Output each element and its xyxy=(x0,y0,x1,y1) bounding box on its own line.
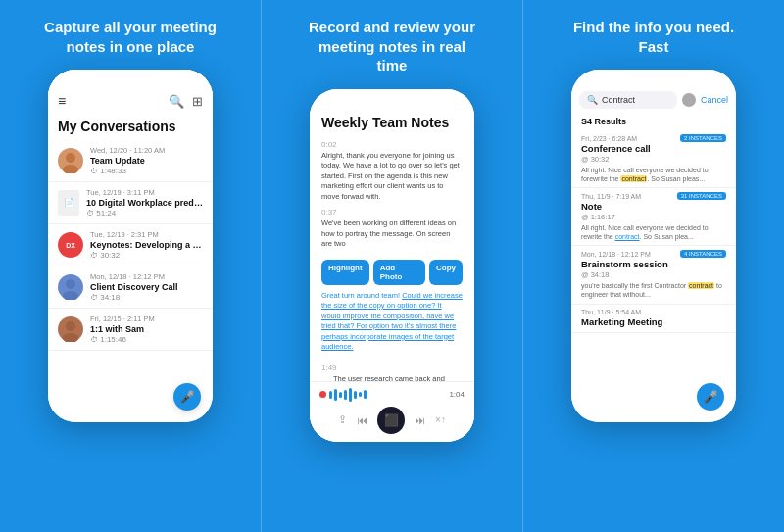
conv-date-2: Tue, 12/19 · 3:11 PM xyxy=(86,188,203,197)
conv-info-4: Mon, 12/18 · 12:12 PM Client Discovery C… xyxy=(90,272,203,302)
result-snippet-2: All right. Nice call everyone we decided… xyxy=(581,223,726,241)
conv-duration-4: ⏱ 34:18 xyxy=(90,293,203,302)
conv-item-1[interactable]: Wed, 12/20 · 11:20 AM Team Update ⏱ 1:48… xyxy=(48,140,213,182)
result-badge-1: 2 INSTANCES xyxy=(680,134,726,142)
menu-icon[interactable]: ≡ xyxy=(58,93,66,109)
conversations-list: Wed, 12/20 · 11:20 AM Team Update ⏱ 1:48… xyxy=(48,140,213,351)
highlight-3: contract xyxy=(688,282,714,289)
avatar-3: DX xyxy=(58,232,83,258)
p2-title-area: Weekly Team Notes xyxy=(310,89,474,134)
result-snippet-1: All right. Nice call everyone we decided… xyxy=(581,166,726,183)
phone-1: ≡ 🔍 ⊞ My Conversations Wed, 12/20 · 11:2… xyxy=(48,70,213,422)
p2-selected-text: Great turn around team! Could we increas… xyxy=(310,291,474,353)
p3-search-bar: 🔍 Contract Cancel xyxy=(571,70,736,115)
conv-date-1: Wed, 12/20 · 11:20 AM xyxy=(90,146,203,155)
bar-7 xyxy=(359,392,362,397)
bar-5 xyxy=(349,388,352,402)
highlight-button[interactable]: Highlight xyxy=(321,260,369,285)
conv-name-3: Keynotes: Developing a Cu... xyxy=(90,240,203,250)
search-input-area[interactable]: 🔍 Contract xyxy=(579,91,677,109)
p2-content: 0:02 Alright, thank you everyone for joi… xyxy=(310,134,474,254)
conv-name-4: Client Discovery Call xyxy=(90,282,203,292)
panel-3: Find the info you need. Fast 🔍 Contract … xyxy=(523,0,784,532)
playback-time: 1:04 xyxy=(449,390,465,399)
result-meta-1: Fri, 2/23 · 6:28 AM 2 INSTANCES xyxy=(581,134,726,142)
conv-item-5[interactable]: Fri, 12/15 · 2:11 PM 1:1 with Sam ⏱ 1:15… xyxy=(48,309,213,351)
wave-bars xyxy=(329,388,446,402)
result-date-4: Thu, 11/9 · 5:54 AM xyxy=(581,309,641,315)
highlight-1: contract xyxy=(620,175,647,182)
result-item-2[interactable]: Thu, 11/9 · 7:19 AM 31 INSTANCES Note @ … xyxy=(571,188,736,246)
result-meta-4: Thu, 11/9 · 5:54 AM xyxy=(581,309,726,315)
result-duration-1: @ 30:32 xyxy=(581,155,726,164)
result-badge-2: 31 INSTANCES xyxy=(677,192,726,200)
conv-item-4[interactable]: Mon, 12/18 · 12:12 PM Client Discovery C… xyxy=(48,266,213,309)
svg-point-5 xyxy=(63,333,78,342)
panel-2: Record and review your meeting notes in … xyxy=(261,0,523,532)
conv-date-3: Tue, 12/19 · 2:31 PM xyxy=(90,230,203,239)
waveform: 1:04 xyxy=(319,388,465,402)
phone-1-screen: ≡ 🔍 ⊞ My Conversations Wed, 12/20 · 11:2… xyxy=(48,70,213,422)
p2-playbar: 1:04 ⇪ ⏮ ⬛ ⏭ ×↑ xyxy=(310,381,474,442)
conv-info-1: Wed, 12/20 · 11:20 AM Team Update ⏱ 1:48… xyxy=(90,146,203,175)
svg-point-0 xyxy=(66,153,75,163)
bar-1 xyxy=(329,391,332,399)
phone-2-screen: Weekly Team Notes 0:02 Alright, thank yo… xyxy=(310,89,474,442)
result-meta-2: Thu, 11/9 · 7:19 AM 31 INSTANCES xyxy=(581,192,726,200)
cancel-button[interactable]: Cancel xyxy=(701,95,728,105)
result-item-1[interactable]: Fri, 2/23 · 6:28 AM 2 INSTANCES Conferen… xyxy=(571,130,736,188)
highlight-2: contract xyxy=(615,233,640,240)
conv-item-3[interactable]: DX Tue, 12/19 · 2:31 PM Keynotes: Develo… xyxy=(48,224,213,266)
result-duration-2: @ 1:16:17 xyxy=(581,213,726,221)
conv-duration-2: ⏱ 51:24 xyxy=(86,209,203,218)
bar-3 xyxy=(339,392,342,398)
doc-icon-2: 📄 xyxy=(58,190,79,216)
conv-duration-5: ⏱ 1:15:46 xyxy=(90,335,203,344)
mic-button-1[interactable]: 🎤 xyxy=(173,383,201,411)
conv-duration-1: ⏱ 1:48:33 xyxy=(90,167,203,175)
result-title-4: Marketing Meeting xyxy=(581,316,726,327)
copy-button[interactable]: Copy xyxy=(429,260,463,285)
bar-4 xyxy=(344,390,347,400)
result-item-4[interactable]: Thu, 11/9 · 5:54 AM Marketing Meeting xyxy=(571,305,736,333)
conv-info-2: Tue, 12/19 · 3:11 PM 10 Digital Workplac… xyxy=(86,188,203,218)
panel-1: Capture all your meeting notes in one pl… xyxy=(0,0,261,532)
conv-name-2: 10 Digital Workplace predi... xyxy=(86,198,203,208)
forward-icon[interactable]: ⏭ xyxy=(415,414,425,426)
bar-6 xyxy=(354,391,357,399)
stop-button[interactable]: ⬛ xyxy=(377,407,405,434)
add-photo-button[interactable]: Add Photo xyxy=(373,260,425,285)
bar-8 xyxy=(364,390,367,399)
p2-text-2: We've been working on different ideas on… xyxy=(321,218,463,250)
p1-header-icons: 🔍 ⊞ xyxy=(169,94,203,109)
grid-icon[interactable]: ⊞ xyxy=(192,94,203,109)
results-label: S4 Results xyxy=(571,115,736,130)
search-icon[interactable]: 🔍 xyxy=(169,94,184,109)
conv-name-1: Team Update xyxy=(90,156,203,166)
conv-info-3: Tue, 12/19 · 2:31 PM Keynotes: Developin… xyxy=(90,230,203,260)
panel-2-title: Record and review your meeting notes in … xyxy=(304,18,480,75)
result-date-2: Thu, 11/9 · 7:19 AM xyxy=(581,193,641,200)
share-icon[interactable]: ⇪ xyxy=(338,413,347,426)
search-input-value: Contract xyxy=(602,95,635,105)
panel-1-title: Capture all your meeting notes in one pl… xyxy=(42,18,219,56)
avatar-4 xyxy=(58,274,83,300)
meeting-title: Weekly Team Notes xyxy=(321,115,463,130)
result-item-3[interactable]: Mon, 12/18 · 12:12 PM 4 INSTANCES Brains… xyxy=(571,246,736,304)
result-badge-3: 4 INSTANCES xyxy=(680,250,726,258)
result-date-1: Fri, 2/23 · 6:28 AM xyxy=(581,135,637,142)
rewind-icon[interactable]: ⏮ xyxy=(357,414,368,426)
p2-text-1: Alright, thank you everyone for joining … xyxy=(321,151,463,203)
result-title-2: Note xyxy=(581,201,726,212)
mic-button-3[interactable]: 🎤 xyxy=(697,383,724,411)
search-input-icon: 🔍 xyxy=(587,95,598,105)
avatar-5 xyxy=(58,316,83,342)
result-snippet-3: you're basically the first Contractor co… xyxy=(581,281,726,299)
conv-item-2[interactable]: 📄 Tue, 12/19 · 3:11 PM 10 Digital Workpl… xyxy=(48,182,213,224)
conv-duration-3: ⏱ 30:32 xyxy=(90,251,203,260)
result-date-3: Mon, 12/18 · 12:12 PM xyxy=(581,251,651,258)
speed-icon[interactable]: ×↑ xyxy=(435,414,446,425)
search-dot xyxy=(682,93,696,107)
svg-point-2 xyxy=(66,279,75,289)
p2-controls: ⇪ ⏮ ⬛ ⏭ ×↑ xyxy=(319,407,465,434)
